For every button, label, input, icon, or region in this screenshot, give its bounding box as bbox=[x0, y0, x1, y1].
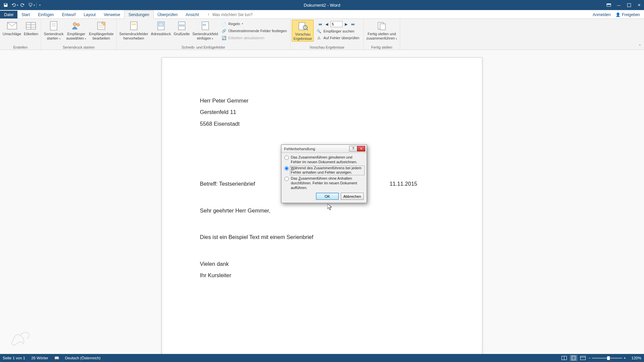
group-finish: Fertig stellen undzusammenführen ▾ Ferti… bbox=[364, 19, 400, 50]
labels-button[interactable]: Etiketten bbox=[22, 20, 40, 37]
check-errors-icon: ⚠ bbox=[316, 35, 322, 41]
address-line-2: Gerstenfeld 11 bbox=[200, 109, 444, 116]
dialog-title: Fehlerbehandlung bbox=[284, 147, 315, 151]
tab-mailings[interactable]: Sendungen bbox=[124, 10, 153, 19]
select-recipients-button[interactable]: Empfängerauswählen ▾ bbox=[65, 20, 88, 41]
tell-me-search[interactable]: ♀ Was möchten Sie tun? bbox=[207, 12, 253, 18]
group-preview: VorschauErgebnisse ⏮ ◀ ▶ ⏭ 🔍Empfänger su… bbox=[290, 19, 364, 50]
group-create-label: Erstellen bbox=[0, 45, 41, 50]
zoom-track[interactable] bbox=[592, 358, 622, 359]
address-block-button[interactable]: Adressblock bbox=[150, 20, 172, 37]
envelopes-button[interactable]: Umschläge bbox=[1, 20, 22, 37]
prev-record-button[interactable]: ◀ bbox=[324, 21, 330, 27]
ok-button[interactable]: OK bbox=[316, 193, 339, 200]
maximize-button[interactable] bbox=[624, 0, 634, 10]
dialog-help-button[interactable]: ? bbox=[349, 146, 357, 152]
option-complete[interactable]: Das Zusammenführen ohne Anhalten durchfü… bbox=[284, 176, 364, 190]
tab-review[interactable]: Überprüfen bbox=[154, 11, 182, 18]
option-simulate-radio[interactable] bbox=[284, 156, 289, 160]
record-number-input[interactable] bbox=[330, 21, 342, 27]
touch-mode-icon[interactable] bbox=[27, 1, 34, 9]
zoom-value[interactable]: 120% bbox=[628, 356, 641, 360]
tab-design[interactable]: Entwurf bbox=[58, 11, 80, 18]
undo-icon[interactable] bbox=[10, 1, 17, 9]
word-count[interactable]: 26 Wörter bbox=[31, 356, 48, 360]
next-record-button[interactable]: ▶ bbox=[343, 21, 349, 27]
option-pause-radio[interactable] bbox=[284, 166, 289, 171]
group-write-insert-label: Schreib- und Einfügefelder bbox=[117, 45, 290, 50]
svg-rect-25 bbox=[380, 24, 385, 30]
share-link[interactable]: 👤Freigeben bbox=[615, 12, 640, 17]
svg-rect-2 bbox=[607, 4, 611, 5]
option-simulate[interactable]: Das Zusammenführen simulieren und Fehler… bbox=[284, 155, 364, 165]
undo-dropdown-icon[interactable]: ▾ bbox=[17, 4, 18, 7]
redo-icon[interactable] bbox=[19, 1, 26, 9]
dialog-close-button[interactable]: ✕ bbox=[357, 146, 365, 152]
update-labels-button: 🔄Etiketten aktualisieren bbox=[221, 35, 287, 41]
group-create: Umschläge Etiketten Erstellen bbox=[0, 19, 41, 50]
rules-icon: 📄 bbox=[221, 21, 227, 26]
last-record-button[interactable]: ⏭ bbox=[350, 21, 356, 27]
svg-rect-14 bbox=[131, 23, 136, 25]
tab-start[interactable]: Start bbox=[17, 11, 34, 18]
insert-merge-field-button[interactable]: Seriendruckfeldeinfügen ▾ bbox=[191, 20, 219, 41]
qat-more-icon[interactable]: ▾ bbox=[39, 4, 41, 7]
cancel-button[interactable]: Abbrechen bbox=[341, 193, 364, 200]
statusbar: Seite 1 von 1 26 Wörter 📖 Deutsch (Öster… bbox=[0, 354, 644, 362]
tab-file[interactable]: Datei bbox=[0, 11, 17, 18]
highlight-merge-fields-button[interactable]: Seriendruckfelderhervorheben bbox=[118, 20, 150, 41]
tab-references[interactable]: Verweise bbox=[100, 11, 124, 18]
language-indicator[interactable]: Deutsch (Österreich) bbox=[65, 356, 101, 360]
preview-results-button[interactable]: VorschauErgebnisse bbox=[292, 20, 314, 42]
web-layout-button[interactable] bbox=[579, 355, 587, 361]
highlight-fields-icon bbox=[128, 20, 139, 31]
tab-layout[interactable]: Layout bbox=[79, 11, 100, 18]
zoom-in-button[interactable]: + bbox=[624, 356, 626, 360]
find-recipient-button[interactable]: 🔍Empfänger suchen bbox=[316, 28, 360, 35]
start-merge-button[interactable]: Seriendruckstarten ▾ bbox=[43, 20, 65, 41]
option-pause[interactable]: Während des Zusammenführens bei jedem Fe… bbox=[284, 166, 364, 175]
save-icon[interactable] bbox=[2, 1, 9, 9]
option-simulate-label: Das Zusammenführen simulieren und Fehler… bbox=[291, 155, 364, 165]
read-mode-button[interactable] bbox=[560, 355, 568, 361]
body-line: Dies ist ein Beispiel Text mit einem Ser… bbox=[200, 234, 444, 241]
option-complete-radio[interactable] bbox=[284, 177, 289, 181]
collapse-ribbon-icon[interactable]: ⌃ bbox=[638, 44, 641, 48]
first-record-button[interactable]: ⏮ bbox=[317, 21, 323, 27]
svg-rect-19 bbox=[202, 22, 209, 30]
thanks-line: Vielen dank bbox=[200, 260, 444, 267]
check-errors-button[interactable]: ⚠Auf Fehler überprüfen bbox=[316, 35, 360, 41]
address-block-icon bbox=[156, 20, 166, 31]
error-handling-dialog: Fehlerbehandlung ? ✕ Das Zusammenführen … bbox=[281, 144, 367, 203]
group-write-insert: Seriendruckfelderhervorheben Adressblock… bbox=[117, 19, 291, 50]
tell-me-placeholder: Was möchten Sie tun? bbox=[212, 12, 253, 17]
page-indicator[interactable]: Seite 1 von 1 bbox=[3, 356, 25, 360]
edit-recipient-list-button[interactable]: Empfängerlistebearbeiten bbox=[88, 20, 115, 41]
tab-insert[interactable]: Einfügen bbox=[34, 11, 58, 18]
zoom-slider[interactable]: − + bbox=[589, 356, 626, 360]
window-title: Dokument2 - Word bbox=[304, 3, 340, 8]
ribbon-tabs: Datei Start Einfügen Entwurf Layout Verw… bbox=[0, 10, 644, 19]
signin-link[interactable]: Anmelden bbox=[593, 12, 611, 17]
zoom-thumb[interactable] bbox=[607, 356, 610, 360]
salutation-line: Sehr geehrter Herr Gemmer, bbox=[200, 207, 444, 214]
tab-view[interactable]: Ansicht bbox=[182, 11, 203, 18]
search-icon: 🔍 bbox=[316, 28, 322, 34]
address-line-1: Herr Peter Gemmer bbox=[200, 97, 444, 104]
rules-button[interactable]: 📄Regeln ▾ bbox=[221, 20, 287, 27]
finish-merge-button[interactable]: Fertig stellen undzusammenführen ▾ bbox=[365, 20, 398, 41]
print-layout-button[interactable] bbox=[570, 355, 577, 361]
ribbon-options-icon[interactable] bbox=[604, 0, 614, 10]
greeting-line-button[interactable]: Grußzeile bbox=[172, 20, 191, 37]
address-line-3: 5568 Eisenstadt bbox=[200, 120, 444, 127]
dialog-titlebar[interactable]: Fehlerbehandlung ? ✕ bbox=[281, 145, 367, 153]
qat-customize-icon[interactable]: ▾ bbox=[34, 4, 35, 7]
menubar-right: Anmelden 👤Freigeben bbox=[593, 12, 644, 18]
group-finish-label: Fertig stellen bbox=[364, 45, 400, 50]
zoom-out-button[interactable]: − bbox=[589, 356, 591, 360]
close-button[interactable]: ✕ bbox=[634, 0, 644, 10]
proofing-icon[interactable]: 📖 bbox=[54, 356, 59, 360]
match-fields-button[interactable]: 🔗Übereinstimmende Felder festlegen bbox=[221, 27, 287, 34]
insert-field-icon bbox=[200, 20, 211, 31]
minimize-button[interactable]: — bbox=[614, 0, 624, 10]
